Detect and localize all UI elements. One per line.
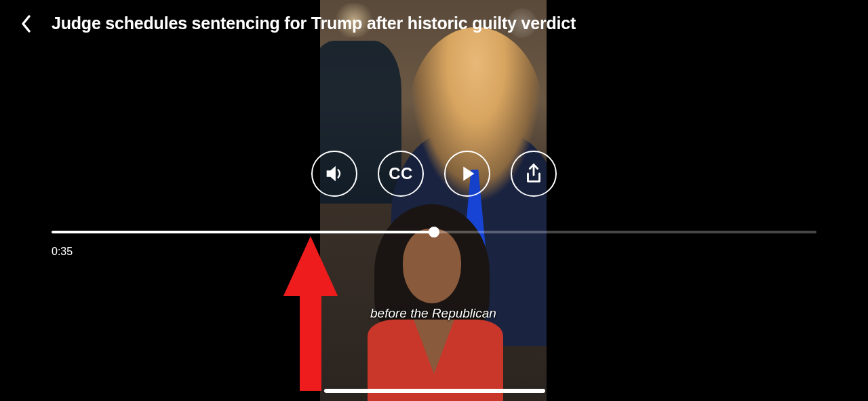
video-title: Judge schedules sentencing for Trump aft… — [52, 14, 576, 33]
video-header: Judge schedules sentencing for Trump aft… — [18, 14, 576, 33]
chevron-left-icon — [20, 14, 32, 33]
volume-button[interactable] — [311, 151, 357, 197]
video-caption: before the Republican — [320, 306, 547, 321]
home-indicator — [324, 389, 545, 393]
share-button[interactable] — [511, 151, 557, 197]
video-timestamp: 0:35 — [52, 246, 73, 258]
progress-bar[interactable] — [52, 231, 816, 233]
video-controls: CC — [311, 151, 557, 197]
play-icon — [456, 162, 479, 185]
back-button[interactable] — [18, 16, 34, 32]
share-icon — [522, 162, 545, 185]
volume-icon — [323, 162, 346, 185]
cc-label: CC — [389, 164, 413, 183]
video-frame[interactable]: before the Republican — [320, 0, 547, 401]
progress-fill — [52, 231, 434, 233]
captions-button[interactable]: CC — [378, 151, 424, 197]
play-button[interactable] — [444, 151, 490, 197]
up-arrow-icon — [283, 236, 338, 391]
annotation-arrow — [283, 236, 338, 391]
progress-track — [52, 231, 816, 233]
progress-thumb[interactable] — [429, 227, 439, 237]
